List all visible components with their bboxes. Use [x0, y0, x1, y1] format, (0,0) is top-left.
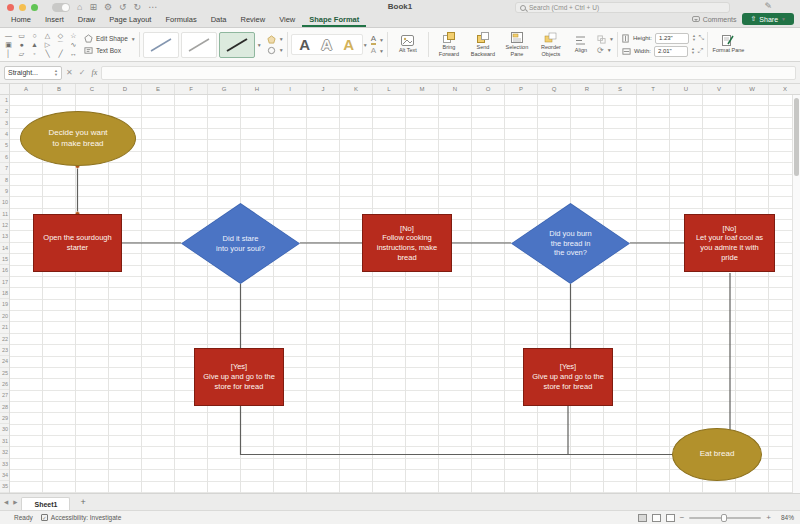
shape-style-2[interactable] — [181, 32, 217, 58]
formula-input[interactable] — [101, 66, 796, 80]
tab-page-layout[interactable]: Page Layout — [102, 13, 158, 27]
sheet-tab-sheet1[interactable]: Sheet1 — [21, 497, 70, 511]
align-button[interactable]: Align — [568, 35, 594, 53]
insert-shapes-gallery[interactable]: —▭○△◇☆▣●▲▷⌒∿│▱◦╲╱↔ — [2, 31, 80, 58]
tab-view[interactable]: View — [272, 13, 302, 27]
shape-styles-more-icon[interactable]: ▼ — [257, 42, 262, 48]
edit-pencil-icon[interactable]: ✎ — [764, 1, 772, 11]
text-fill-button[interactable]: A ▼ — [371, 35, 384, 45]
zoom-slider-thumb[interactable] — [721, 514, 727, 522]
group-button[interactable]: ▼ — [597, 35, 614, 44]
wordart-style-2[interactable]: A — [317, 36, 337, 53]
shape-outline-button[interactable]: ▼ — [267, 46, 284, 55]
select-all-corner[interactable] — [0, 84, 10, 95]
search-input[interactable]: Search (Cmd + Ctrl + U) — [515, 2, 730, 13]
flow-node-give-up-2[interactable]: [Yes] Give up and go to the store for br… — [523, 348, 613, 406]
column-header-N[interactable]: N — [439, 84, 472, 94]
wordart-gallery[interactable]: A A A — [291, 34, 363, 55]
shape-icon[interactable]: △ — [41, 31, 54, 40]
tab-formulas[interactable]: Formulas — [158, 13, 203, 27]
name-box[interactable]: Straight... ▲▼ — [4, 66, 62, 80]
tab-review[interactable]: Review — [234, 13, 273, 27]
column-header-C[interactable]: C — [76, 84, 109, 94]
shape-style-1[interactable] — [143, 32, 179, 58]
shape-icon[interactable]: ∿ — [67, 40, 80, 49]
width-input[interactable]: 2.01" — [654, 46, 688, 57]
height-input[interactable]: 1.23" — [655, 33, 689, 44]
text-outline-button[interactable]: A ▼ — [371, 47, 384, 55]
selection-pane-button[interactable]: Selection Pane — [500, 32, 534, 57]
zoom-out-button[interactable]: − — [680, 514, 685, 522]
column-header-U[interactable]: U — [670, 84, 703, 94]
format-pane-button[interactable]: Format Pane — [711, 35, 745, 53]
column-header-R[interactable]: R — [571, 84, 604, 94]
shape-icon[interactable]: ⌒ — [54, 40, 67, 49]
shape-icon[interactable]: ↔ — [67, 49, 80, 58]
shape-icon[interactable]: ╱ — [54, 49, 67, 58]
column-header-M[interactable]: M — [406, 84, 439, 94]
resize-corner-icon[interactable]: ⤢ — [698, 47, 704, 55]
shape-icon[interactable]: ▭ — [15, 31, 28, 40]
bring-forward-button[interactable]: Bring Forward — [432, 32, 466, 57]
vertical-scrollbar-thumb[interactable] — [794, 98, 799, 176]
column-header-W[interactable]: W — [736, 84, 769, 94]
shape-icon[interactable]: — — [2, 31, 15, 40]
cancel-icon[interactable]: ✕ — [66, 68, 73, 77]
rotate-button[interactable]: ⟳ ▼ — [597, 46, 614, 55]
column-header-O[interactable]: O — [472, 84, 505, 94]
shape-icon[interactable]: ● — [15, 40, 28, 49]
wordart-more-icon[interactable]: ▼ — [363, 42, 368, 48]
shape-icon[interactable]: ▱ — [15, 49, 28, 58]
flow-node-loaf-cool[interactable]: [No] Let your loaf cool as you admire it… — [684, 214, 775, 272]
height-stepper[interactable]: ▲▼ — [692, 34, 696, 42]
prev-sheet-icon[interactable]: ◀ — [4, 499, 8, 505]
share-button[interactable]: ⇧ Share ▼ — [742, 13, 794, 25]
flow-node-open-starter[interactable]: Open the sourdough starter — [33, 214, 122, 272]
column-header-S[interactable]: S — [604, 84, 637, 94]
flow-node-give-up-1[interactable]: [Yes] Give up and go to the store for br… — [194, 348, 284, 406]
column-header-X[interactable]: X — [769, 84, 800, 94]
tab-draw[interactable]: Draw — [71, 13, 103, 27]
column-header-K[interactable]: K — [340, 84, 373, 94]
shape-icon[interactable]: ○ — [28, 31, 41, 40]
column-header-E[interactable]: E — [142, 84, 175, 94]
column-header-F[interactable]: F — [175, 84, 208, 94]
zoom-slider[interactable] — [689, 517, 761, 519]
tab-data[interactable]: Data — [204, 13, 234, 27]
column-header-V[interactable]: V — [703, 84, 736, 94]
column-header-L[interactable]: L — [373, 84, 406, 94]
flow-node-eat-bread[interactable]: Eat bread — [672, 428, 762, 481]
add-sheet-button[interactable]: + — [80, 497, 85, 507]
reorder-objects-button[interactable]: Reorder Objects — [534, 32, 568, 57]
edit-shape-button[interactable]: Edit Shape ▼ — [84, 34, 136, 43]
column-header-G[interactable]: G — [208, 84, 241, 94]
tab-shape-format[interactable]: Shape Format — [302, 13, 366, 27]
shape-icon[interactable]: │ — [2, 49, 15, 58]
shape-icon[interactable]: ☆ — [67, 31, 80, 40]
text-box-button[interactable]: Text Box — [84, 46, 136, 55]
shape-style-3-selected[interactable] — [219, 32, 255, 58]
wordart-style-3[interactable]: A — [339, 36, 359, 53]
column-header-P[interactable]: P — [505, 84, 538, 94]
shape-icon[interactable]: ▣ — [2, 40, 15, 49]
wordart-style-1[interactable]: A — [295, 36, 315, 53]
zoom-in-button[interactable]: + — [766, 514, 771, 522]
column-header-J[interactable]: J — [307, 84, 340, 94]
tab-insert[interactable]: Insert — [38, 13, 71, 27]
lock-aspect-icon[interactable]: ⤡ — [699, 34, 705, 42]
width-stepper[interactable]: ▲▼ — [691, 47, 695, 55]
shape-icon[interactable]: ◇ — [54, 31, 67, 40]
send-backward-button[interactable]: Send Backward — [466, 32, 500, 57]
shape-icon[interactable]: ▷ — [41, 40, 54, 49]
name-box-stepper[interactable]: ▲▼ — [54, 69, 58, 77]
column-header-B[interactable]: B — [43, 84, 76, 94]
column-header-Q[interactable]: Q — [538, 84, 571, 94]
shape-icon[interactable]: ╲ — [41, 49, 54, 58]
column-header-D[interactable]: D — [109, 84, 142, 94]
normal-view-icon[interactable] — [638, 514, 647, 522]
page-break-view-icon[interactable] — [666, 514, 675, 522]
next-sheet-icon[interactable]: ▶ — [13, 499, 17, 505]
enter-icon[interactable]: ✓ — [79, 68, 86, 77]
column-header-T[interactable]: T — [637, 84, 670, 94]
tab-home[interactable]: Home — [4, 13, 38, 27]
